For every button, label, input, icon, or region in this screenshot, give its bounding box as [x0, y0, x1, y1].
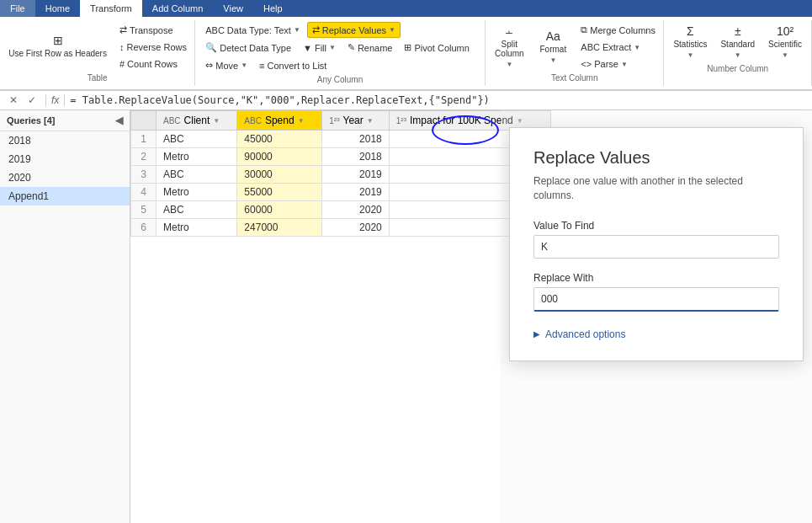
row-num-4: 4	[131, 184, 157, 201]
tab-view[interactable]: View	[213, 0, 253, 17]
formula-bar-buttons: ✕ ✓	[5, 93, 40, 107]
cell-spend-3: 30000	[237, 166, 322, 184]
transpose-button[interactable]: ⇄ Transpose	[114, 22, 192, 38]
client-col-dropdown[interactable]: ▼	[213, 117, 220, 125]
cell-client-1: ABC	[157, 131, 237, 148]
fill-dropdown-arrow: ▼	[329, 44, 336, 51]
split-dropdown-arrow: ▼	[506, 61, 512, 68]
formula-confirm-button[interactable]: ✓	[24, 93, 40, 107]
parse-icon: <>	[581, 59, 592, 69]
collapse-panel-button[interactable]: ◀	[115, 115, 123, 126]
cell-spend-1: 45000	[237, 131, 322, 148]
value-to-find-input[interactable]	[533, 235, 779, 259]
ribbon-group-table: ⊞ Use First Row as Headers ⇄ Transpose ↕…	[0, 20, 195, 86]
table-group-label: Table	[88, 73, 108, 83]
tab-add-column[interactable]: Add Column	[142, 0, 214, 17]
cell-spend-5: 60000	[237, 201, 322, 219]
col-client-header: ABC Client ▼	[157, 111, 237, 131]
cell-year-5: 2020	[322, 201, 389, 219]
fill-button[interactable]: ▼ Fill ▼	[298, 40, 341, 56]
first-row-icon: ⊞	[53, 35, 63, 46]
pivot-column-button[interactable]: ⊞ Pivot Column	[399, 40, 474, 56]
cell-client-4: Metro	[157, 184, 237, 201]
cell-client-3: ABC	[157, 166, 237, 184]
reverse-rows-button[interactable]: ↕ Reverse Rows	[114, 40, 192, 55]
table-row: 6 Metro 247000 2020 450	[131, 219, 551, 237]
format-dropdown-arrow: ▼	[549, 56, 556, 64]
move-button[interactable]: ⇔ Move ▼	[200, 57, 252, 73]
move-icon: ⇔	[205, 60, 213, 71]
dialog-title: Replace Values	[533, 148, 779, 168]
replace-values-button[interactable]: ⇄ Replace Values ▼	[307, 22, 401, 38]
cell-year-6: 2020	[322, 219, 389, 237]
cell-spend-6: 247000	[237, 219, 322, 237]
row-num-5: 5	[131, 201, 157, 219]
number-column-buttons-row: Σ Statistics ▼ ± Standard ▼ 10² Scientif…	[667, 22, 808, 62]
year-col-dropdown[interactable]: ▼	[367, 117, 374, 125]
ribbon-group-any-column: ABC Data Type: Text ▼ ⇄ Replace Values ▼…	[195, 20, 486, 86]
text-column-buttons-row: ⫠ SplitColumn ▼ Aa Format ▼ ⧉ Merge Colu…	[488, 22, 661, 72]
client-type-icon: ABC	[163, 116, 181, 125]
first-row-button[interactable]: ⊞ Use First Row as Headers	[3, 31, 113, 62]
statistics-button[interactable]: Σ Statistics ▼	[667, 22, 713, 62]
query-item-2019[interactable]: 2019	[0, 150, 130, 168]
count-rows-button[interactable]: # Count Rows	[114, 56, 192, 72]
dialog-overlay: Replace Values Replace one value with an…	[501, 110, 812, 523]
replace-values-dialog: Replace Values Replace one value with an…	[509, 127, 804, 361]
cell-year-4: 2019	[322, 184, 389, 201]
replace-values-dropdown-arrow: ▼	[389, 26, 395, 34]
query-item-append1[interactable]: Append1	[0, 187, 130, 205]
scientific-button[interactable]: 10² Scientific ▼	[762, 22, 808, 62]
query-item-2018[interactable]: 2018	[0, 131, 130, 150]
scientific-icon: 10²	[777, 25, 793, 37]
move-dropdown-arrow: ▼	[241, 61, 247, 69]
reverse-rows-icon: ↕	[119, 42, 125, 52]
table-row: 5 ABC 60000 2020 200	[131, 201, 551, 219]
data-type-dropdown-arrow: ▼	[294, 26, 300, 34]
data-type-button[interactable]: ABC Data Type: Text ▼	[200, 23, 305, 38]
convert-icon: ≡	[259, 61, 264, 71]
parse-button[interactable]: <> Parse ▼	[576, 56, 661, 72]
formula-cancel-button[interactable]: ✕	[5, 93, 22, 107]
cell-year-1: 2018	[322, 131, 389, 148]
row-num-3: 3	[131, 166, 157, 184]
impact-type-icon: 1²³	[396, 116, 406, 125]
table-row: 2 Metro 90000 2018 450	[131, 148, 551, 166]
cell-client-2: Metro	[157, 148, 237, 166]
tab-transform[interactable]: Transform	[80, 0, 142, 17]
col-index-header	[131, 111, 157, 131]
data-area: ABC Client ▼ ABC Spend ▼	[130, 110, 812, 523]
formula-expression: = Table.ReplaceValue(Source,"K","000",Re…	[70, 94, 807, 106]
replace-with-input[interactable]	[533, 287, 779, 312]
formula-fx-label: fx	[45, 94, 65, 106]
statistics-icon: Σ	[687, 25, 694, 37]
ribbon-content: ⊞ Use First Row as Headers ⇄ Transpose ↕…	[0, 17, 812, 90]
tab-home[interactable]: Home	[35, 0, 80, 17]
split-column-button[interactable]: ⫠ SplitColumn ▼	[488, 22, 530, 72]
tab-file[interactable]: File	[0, 0, 35, 17]
format-button[interactable]: Aa Format ▼	[532, 27, 574, 67]
table-row: 1 ABC 45000 2018 200	[131, 131, 551, 148]
advanced-options-row[interactable]: ▶ Advanced options	[533, 328, 779, 340]
query-item-2020[interactable]: 2020	[0, 168, 130, 187]
merge-columns-button[interactable]: ⧉ Merge Columns	[576, 22, 661, 38]
table-row: 3 ABC 30000 2019 200	[131, 166, 551, 184]
queries-title: Queries [4]	[7, 115, 55, 125]
rename-button[interactable]: ✎ Rename	[342, 40, 398, 56]
convert-to-list-button[interactable]: ≡ Convert to List	[254, 58, 332, 73]
ribbon-tabs: File Home Transform Add Column View Help	[0, 0, 812, 17]
data-type-icon: ABC	[205, 25, 225, 35]
detect-data-type-button[interactable]: 🔍 Detect Data Type	[200, 40, 296, 56]
dialog-subtitle: Replace one value with another in the se…	[533, 174, 779, 203]
any-column-buttons-row: ABC Data Type: Text ▼ ⇄ Replace Values ▼…	[200, 22, 480, 73]
tab-help[interactable]: Help	[253, 0, 293, 17]
extract-button[interactable]: ABC Extract ▼	[576, 40, 661, 55]
standard-dropdown-arrow: ▼	[735, 51, 741, 59]
stats-dropdown-arrow: ▼	[687, 51, 693, 59]
queries-panel: Queries [4] ◀ 2018 2019 2020 Append1	[0, 110, 130, 523]
spend-col-dropdown[interactable]: ▼	[298, 117, 305, 125]
transpose-icon: ⇄	[119, 24, 127, 35]
standard-icon: ±	[735, 25, 741, 37]
value-to-find-label: Value To Find	[533, 220, 779, 232]
standard-button[interactable]: ± Standard ▼	[714, 22, 761, 62]
